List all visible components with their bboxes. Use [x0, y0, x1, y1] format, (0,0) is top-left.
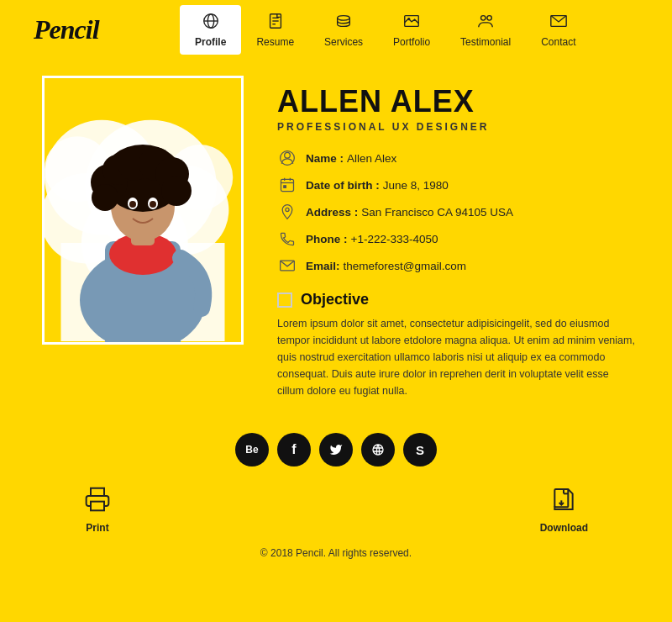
svg-point-7	[338, 15, 350, 19]
yellow-accent-box	[277, 293, 292, 308]
phone-icon	[277, 229, 297, 249]
contact-icon	[549, 12, 568, 34]
header: Pencil Profile	[0, 0, 672, 59]
svg-rect-44	[284, 186, 286, 188]
services-label: Services	[324, 36, 363, 48]
print-button[interactable]: Print	[84, 486, 111, 534]
phone-label: Phone :	[306, 233, 348, 245]
email-label: Email:	[306, 260, 340, 272]
objective-text: Lorem ipsum dolor sit amet, consectetur …	[277, 315, 638, 399]
svg-point-36	[129, 201, 136, 208]
svg-point-37	[150, 201, 156, 208]
svg-rect-40	[281, 179, 294, 191]
nav-item-contact[interactable]: Contact	[526, 5, 591, 55]
testimonial-label: Testimonial	[460, 36, 511, 48]
testimonial-icon	[476, 12, 495, 34]
name-value: Allen Alex	[347, 152, 396, 165]
profile-label: Profile	[195, 36, 226, 48]
nav-item-portfolio[interactable]: Portfolio	[378, 5, 445, 55]
svg-point-10	[481, 15, 486, 19]
dob-value: June 8, 1980	[383, 179, 449, 192]
social-facebook[interactable]: f	[277, 433, 311, 466]
portfolio-icon	[402, 12, 421, 34]
svg-point-38	[285, 152, 291, 158]
detail-dob: Date of birth : June 8, 1980	[277, 175, 638, 195]
contact-label: Contact	[541, 36, 575, 48]
copyright-text: © 2018 Pencil. All rights reserved.	[260, 547, 412, 559]
objective-header: Objective	[277, 291, 638, 308]
person-image	[59, 107, 227, 342]
svg-point-45	[286, 208, 289, 211]
social-dribbble[interactable]	[361, 433, 395, 466]
svg-point-33	[92, 184, 118, 211]
address-label: Address :	[306, 206, 358, 219]
phone-value: +1-222-333-4050	[351, 233, 438, 245]
detail-phone: Phone : +1-222-333-4050	[277, 229, 638, 249]
svg-point-11	[487, 15, 492, 19]
main-content: ALLEN ALEX PROFESSIONAL UX DESIGNER Name…	[0, 59, 672, 408]
svg-point-32	[161, 176, 192, 206]
download-button[interactable]: Download	[540, 486, 588, 534]
detail-address: Address : San Francisco CA 94105 USA	[277, 202, 638, 222]
download-icon	[550, 486, 577, 519]
copyright: © 2018 Pencil. All rights reserved.	[0, 540, 672, 562]
print-icon	[84, 486, 111, 519]
location-icon	[277, 202, 297, 222]
social-section: Be f S	[0, 424, 672, 475]
info-section: ALLEN ALEX PROFESSIONAL UX DESIGNER Name…	[277, 76, 638, 399]
svg-point-47	[373, 445, 383, 455]
social-behance[interactable]: Be	[235, 433, 269, 466]
photo-section	[34, 76, 252, 345]
person-title: PROFESSIONAL UX DESIGNER	[277, 121, 638, 133]
portfolio-label: Portfolio	[393, 36, 430, 48]
social-twitter[interactable]	[319, 433, 353, 466]
email-icon	[277, 256, 297, 276]
photo-frame	[42, 76, 244, 345]
nav-item-profile[interactable]: Profile	[180, 5, 241, 55]
person-icon	[277, 148, 297, 168]
dob-label: Date of birth :	[306, 179, 380, 192]
detail-email: Email: themeforest@gmail.com	[277, 256, 638, 276]
detail-name: Name : Allen Alex	[277, 148, 638, 168]
objective-title: Objective	[301, 291, 369, 308]
social-skype[interactable]: S	[403, 433, 437, 466]
resume-label: Resume	[256, 36, 294, 48]
svg-rect-48	[91, 502, 104, 511]
nav-item-resume[interactable]: Resume	[241, 5, 309, 55]
nav-item-testimonial[interactable]: Testimonial	[445, 5, 526, 55]
address-value: San Francisco CA 94105 USA	[361, 206, 513, 219]
person-name: ALLEN ALEX	[277, 84, 638, 119]
print-label: Print	[86, 522, 108, 534]
objective-section: Objective Lorem ipsum dolor sit amet, co…	[277, 291, 638, 399]
logo: Pencil	[34, 14, 99, 45]
calendar-icon	[277, 175, 297, 195]
svg-point-9	[408, 18, 410, 19]
email-value: themeforest@gmail.com	[344, 260, 467, 272]
profile-icon	[202, 12, 220, 34]
services-icon	[334, 12, 353, 34]
resume-icon	[266, 12, 285, 34]
download-label: Download	[540, 522, 588, 534]
name-label: Name :	[306, 152, 344, 165]
navigation: Profile Resume	[180, 5, 591, 55]
nav-item-services[interactable]: Services	[309, 5, 378, 55]
footer-actions: Print Download	[0, 479, 672, 540]
